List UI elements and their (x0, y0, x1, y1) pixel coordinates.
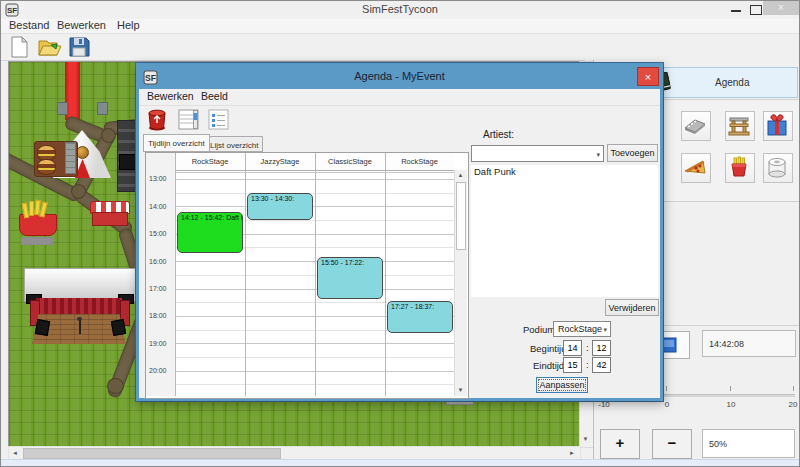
mic (77, 317, 82, 321)
column-divider (315, 153, 316, 396)
artist-combobox[interactable]: ▾ (471, 145, 604, 162)
fries-icon (726, 154, 752, 180)
slider-tick (793, 386, 794, 391)
scrollbar-thumb[interactable] (23, 448, 281, 459)
schedule-event[interactable]: 17:27 - 18:37: (387, 301, 453, 333)
agenda-dialog: SF Agenda - MyEvent × Bewerken Beeld Tij… (136, 63, 663, 401)
tent-flap (57, 102, 68, 115)
time-gutter (146, 153, 175, 396)
tower-speaker (119, 154, 137, 170)
agenda-button-label: Agenda (715, 77, 749, 88)
tent-flap (97, 102, 108, 115)
menu-help[interactable]: Help (117, 19, 140, 31)
dialog-menu-beeld[interactable]: Beeld (201, 90, 228, 102)
hour-label: 18:00 (149, 312, 167, 319)
artist-listbox[interactable]: Daft Punk (471, 165, 658, 297)
window-titlebar: SF SimFestTycoon × (1, 1, 799, 19)
hour-label: 19:00 (149, 340, 167, 347)
main-toolbar (1, 34, 585, 61)
schedule-event[interactable]: 13:30 - 14:30: (247, 193, 313, 220)
open-file-icon[interactable] (37, 35, 61, 59)
menu-board (65, 142, 76, 174)
app-window: SF SimFestTycoon × Bestand Bewerken Help (0, 0, 800, 467)
toilet-paper-icon (764, 154, 790, 180)
maximize-button[interactable] (750, 5, 762, 15)
shop-item-fries[interactable] (725, 153, 755, 183)
begin-minute-input[interactable] (592, 340, 611, 356)
mic-stand (79, 320, 81, 334)
dialog-titlebar[interactable]: SF Agenda - MyEvent × (139, 66, 660, 89)
apply-button[interactable]: Aanpassen (536, 377, 588, 393)
slider-tick (666, 386, 667, 391)
hour-label: 15:00 (149, 230, 167, 237)
dialog-toolbar (139, 105, 660, 134)
popcorn-stand[interactable] (92, 212, 128, 226)
end-minute-input[interactable] (592, 357, 611, 373)
dialog-close-button[interactable]: × (637, 67, 659, 86)
save-icon[interactable] (67, 35, 91, 59)
stage-column-header: RockStage (175, 153, 245, 171)
column-divider (175, 153, 176, 396)
zoom-in-button[interactable]: + (600, 429, 640, 459)
shop-item-road[interactable] (681, 111, 711, 141)
hour-label: 16:00 (149, 258, 167, 265)
shop-item-gift[interactable] (763, 111, 793, 141)
burger (37, 159, 56, 175)
timeline-scrollbar[interactable]: ▲ ▼ (454, 170, 467, 396)
stage-speaker (35, 319, 50, 336)
delete-trash-icon[interactable] (145, 107, 170, 132)
hour-label: 20:00 (149, 367, 167, 374)
column-divider (245, 153, 246, 396)
close-button[interactable]: × (763, 1, 799, 15)
hour-label: 14:00 (149, 203, 167, 210)
chevron-down-icon: ▾ (603, 322, 607, 338)
menu-bewerken[interactable]: Bewerken (57, 19, 106, 31)
stage-column-header: JazzyStage (245, 153, 315, 171)
game-clock: 14:42:08 (702, 330, 796, 357)
scroll-down-icon[interactable]: ▼ (455, 387, 466, 393)
tab-lijst-overzicht[interactable]: Lijst overzicht (205, 136, 263, 152)
list-view-icon[interactable] (206, 107, 231, 132)
minimize-button[interactable] (731, 10, 741, 12)
path-end (107, 378, 124, 394)
scroll-down-icon[interactable]: ▼ (580, 436, 591, 442)
artist-list-item[interactable]: Daft Punk (471, 165, 658, 178)
begin-hour-input[interactable] (563, 340, 582, 356)
add-artist-button[interactable]: Toevoegen (607, 144, 658, 162)
slider-tick-label: -10 (598, 400, 610, 409)
end-time-label: Eindtijd: (533, 360, 567, 371)
scroll-up-icon[interactable]: ▲ (455, 172, 466, 178)
path-junction (101, 128, 116, 143)
remove-artist-button[interactable]: Verwijderen (605, 299, 659, 316)
end-hour-input[interactable] (563, 357, 582, 373)
stage-structure-icon (726, 112, 752, 138)
shop-item-pizza[interactable] (681, 153, 711, 183)
shop-item-stage-structure[interactable] (725, 111, 755, 141)
shop-item-toilet-paper[interactable] (763, 153, 793, 183)
dialog-menu-bewerken[interactable]: Bewerken (147, 90, 194, 102)
gift-icon (764, 112, 790, 138)
window-bottom-edge (1, 459, 799, 467)
slider-tick-label: 20 (789, 400, 798, 409)
timeline-view-icon[interactable] (176, 107, 201, 132)
window-title: SimFestTycoon (1, 3, 799, 15)
time-colon: : (586, 342, 589, 353)
scrollbar-thumb[interactable] (456, 182, 466, 250)
schedule-event[interactable]: 14:12 - 15:42: Daft Punk (177, 212, 243, 253)
slider-tick-label: 0 (665, 400, 669, 409)
menu-bestand[interactable]: Bestand (9, 19, 49, 31)
slider-tick (730, 386, 731, 391)
timeline-panel: RockStage JazzyStage ClassicStage RockSt… (145, 152, 469, 399)
scroll-left-icon[interactable]: ◄ (12, 450, 18, 456)
podium-combobox[interactable]: RockStage ▾ (553, 321, 611, 337)
zoom-out-button[interactable]: − (652, 429, 692, 459)
stage-column-header: ClassicStage (315, 153, 385, 171)
tab-tijdlijn-overzicht[interactable]: Tijdlijn overzicht (143, 134, 210, 152)
bench (21, 237, 53, 245)
zoom-level: 50% (702, 429, 795, 458)
column-divider (385, 153, 386, 396)
new-file-icon[interactable] (7, 35, 31, 59)
schedule-event[interactable]: 15:50 - 17:22: (317, 257, 383, 299)
pizza-icon (682, 154, 708, 180)
scroll-right-icon[interactable]: ► (569, 450, 575, 456)
